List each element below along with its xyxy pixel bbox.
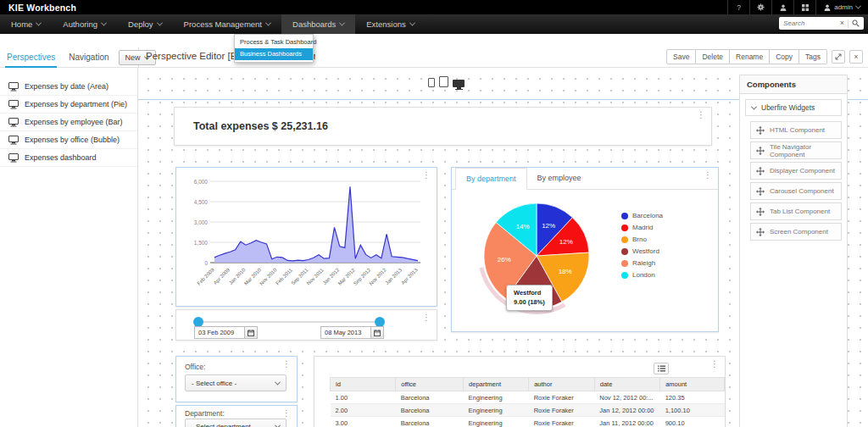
kebab-menu-icon[interactable]: ⋮: [282, 360, 291, 369]
component-displayer-component[interactable]: Displayer Component: [750, 162, 842, 180]
tab-by-department[interactable]: By department: [455, 168, 527, 190]
table-cell: Engineering: [464, 404, 529, 417]
desktop-preview-icon[interactable]: [453, 80, 465, 87]
svg-text:Feb 2009: Feb 2009: [197, 267, 216, 286]
apps-icon[interactable]: [793, 0, 815, 14]
kebab-menu-icon[interactable]: ⋮: [282, 409, 291, 418]
sidebar-item-label: Expenses dashboard: [25, 153, 97, 162]
user-name: admin: [834, 3, 853, 11]
sidebar-item-expenses-dashboard[interactable]: Expenses dashboard: [0, 149, 137, 167]
kie-workbench-window: KIE Workbench ? admin HomeAuthoringDeplo…: [0, 0, 868, 427]
legend-item-barcelona[interactable]: Barcelona: [621, 212, 663, 219]
main-menubar: HomeAuthoringDeployProcess ManagementDas…: [0, 14, 868, 34]
department-select[interactable]: - Select department -: [185, 419, 287, 427]
sidebar-item-expenses-by-office-bubble[interactable]: Expenses by office (Bubble): [0, 131, 137, 149]
move-icon: [756, 167, 765, 175]
sidebar-item-label: Expenses by office (Bubble): [25, 136, 120, 144]
table-options-icon[interactable]: [654, 363, 669, 374]
calendar-icon[interactable]: [245, 326, 258, 339]
component-html-component[interactable]: HTML Component: [750, 121, 842, 139]
maximize-button[interactable]: [832, 50, 845, 64]
legend-item-madrid[interactable]: Madrid: [621, 224, 663, 231]
close-button[interactable]: ×: [849, 50, 863, 64]
slider-track: [198, 321, 380, 323]
menu-item-extensions[interactable]: Extensions: [355, 14, 425, 34]
rename-button[interactable]: Rename: [730, 49, 770, 64]
search-clear-icon[interactable]: ×: [838, 19, 849, 28]
kebab-menu-icon[interactable]: ⋮: [697, 111, 705, 119]
kebab-menu-icon[interactable]: ⋮: [422, 313, 431, 322]
sidebar-item-expenses-by-department-pie[interactable]: Expenses by department (Pie): [0, 96, 137, 114]
office-select[interactable]: - Select office -: [185, 374, 287, 391]
pie-chart: 12%12%18%18%26%14%: [452, 189, 720, 331]
kebab-menu-icon[interactable]: ⋮: [710, 360, 719, 369]
component-screen-component[interactable]: Screen Component: [750, 223, 842, 241]
column-header-amount[interactable]: amount: [660, 378, 725, 391]
sidebar-item-label: Expenses by date (Area): [25, 82, 108, 91]
legend-label: Brno: [632, 236, 647, 243]
delete-button[interactable]: Delete: [696, 49, 730, 64]
svg-text:26%: 26%: [498, 256, 511, 263]
user-icon[interactable]: [771, 0, 793, 14]
column-header-office[interactable]: office: [396, 378, 464, 391]
uberfire-widgets-group[interactable]: Uberfire Widgets: [745, 99, 842, 116]
search-input[interactable]: [782, 19, 838, 27]
settings-icon[interactable]: [749, 0, 771, 14]
sidebar-item-expenses-by-date-area[interactable]: Expenses by date (Area): [0, 78, 137, 96]
calendar-icon[interactable]: [371, 326, 384, 339]
tab-by-employee[interactable]: By employee: [527, 168, 592, 189]
column-header-department[interactable]: department: [464, 378, 529, 391]
phone-preview-icon[interactable]: [428, 78, 435, 87]
chevron-down-icon: [275, 379, 281, 385]
menu-item-business-dashboards[interactable]: Business Dashboards: [235, 48, 313, 60]
component-label: Tab List Component: [770, 208, 830, 215]
menu-item-authoring[interactable]: Authoring: [52, 14, 117, 34]
expenses-by-department-card: By department By employee ⋮ 12%12%18%18%…: [451, 167, 719, 332]
menu-item-dashboards[interactable]: Dashboards: [281, 14, 355, 34]
menu-item-process-task-dashboard[interactable]: Process & Task Dashboard: [235, 36, 313, 48]
legend-item-brno[interactable]: Brno: [621, 236, 663, 243]
legend-dot: [621, 225, 628, 231]
sidebar-item-expenses-by-employee-bar[interactable]: Expenses by employee (Bar): [0, 114, 137, 131]
kebab-menu-icon[interactable]: ⋮: [422, 171, 431, 180]
table-cell: Barcelona: [396, 417, 464, 427]
table-cell: 2.00: [331, 404, 396, 417]
component-carousel-component[interactable]: Carousel Component: [750, 182, 842, 200]
save-button[interactable]: Save: [666, 49, 696, 64]
legend-dot: [621, 236, 628, 243]
legend-item-raleigh[interactable]: Raleigh: [621, 259, 663, 267]
titlebar: KIE Workbench ? admin: [0, 0, 868, 14]
legend-item-westford[interactable]: Westford: [621, 247, 663, 255]
component-tile-navigator-component[interactable]: Tile Navigator Component: [750, 141, 842, 159]
search-icon[interactable]: [849, 19, 861, 27]
legend-dot: [621, 272, 628, 279]
monitor-icon: [8, 118, 19, 127]
start-date-input[interactable]: [194, 326, 245, 339]
column-header-id[interactable]: id: [331, 378, 396, 391]
tab-perspectives[interactable]: Perspectives: [0, 48, 62, 68]
help-icon[interactable]: ?: [727, 0, 749, 14]
kebab-menu-icon[interactable]: ⋮: [704, 171, 712, 180]
copy-button[interactable]: Copy: [770, 49, 799, 64]
column-header-date[interactable]: date: [594, 378, 659, 391]
menu-item-process-management[interactable]: Process Management: [173, 14, 281, 34]
tablet-preview-icon[interactable]: [439, 76, 448, 87]
table-row: 3.00BarcelonaEngineeringRoxie ForakerJan…: [331, 417, 725, 427]
toolbar-actions: SaveDeleteRenameCopyTags ×: [666, 49, 863, 64]
menu-item-home[interactable]: Home: [0, 14, 52, 34]
chevron-down-icon: [751, 103, 757, 109]
svg-text:Apr 2013: Apr 2013: [400, 267, 419, 286]
monitor-icon: [8, 100, 19, 109]
menu-item-deploy[interactable]: Deploy: [117, 14, 173, 34]
tags-button[interactable]: Tags: [799, 49, 827, 64]
end-date-input[interactable]: [320, 326, 371, 339]
monitor-icon: [8, 82, 19, 92]
user-menu[interactable]: admin: [815, 0, 868, 14]
component-tab-list-component[interactable]: Tab List Component: [750, 202, 842, 220]
legend-item-london[interactable]: London: [621, 271, 663, 279]
tab-navigation[interactable]: Navigation: [62, 48, 115, 68]
pie-tooltip: Westford 9.00 (18%): [506, 285, 553, 311]
column-header-author[interactable]: author: [529, 378, 595, 391]
svg-text:12%: 12%: [542, 222, 555, 230]
table-cell: Barcelona: [396, 404, 464, 417]
